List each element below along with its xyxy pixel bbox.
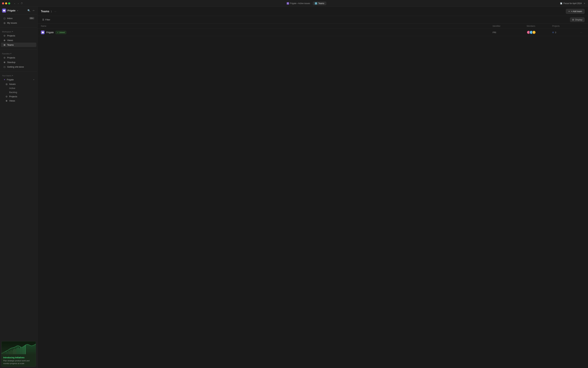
workspace-label[interactable]: Workspace ▾ [0, 29, 37, 33]
sidebar-team-active[interactable]: Active [1, 86, 36, 90]
forward-arrow-icon[interactable]: › [17, 2, 19, 5]
display-button[interactable]: ⊞ Display [570, 17, 585, 22]
frigate-team-icon: ✦ [3, 78, 6, 81]
inbox-icon: ◻ [3, 17, 6, 19]
fav-standup-label: Standup [7, 61, 15, 64]
sidebar-item-workspace-views[interactable]: ⊕ Views [1, 38, 36, 42]
teams-tab-icon: ⊞ [315, 2, 317, 5]
projects-icon: ⊙ [3, 34, 6, 37]
promo-card[interactable]: Introducing Initiatives Plan strategic p… [1, 341, 36, 367]
favorites-label[interactable]: Favorites ▾ [0, 51, 37, 55]
history-icon[interactable]: ⏱ [21, 2, 23, 5]
app-logo[interactable]: Frigate ▾ [2, 9, 18, 13]
sidebar: Frigate ▾ 🔍 ✏ ◻ Inbox 99+ ◎ My issues [0, 7, 37, 368]
workspace-views-label: Views [7, 39, 13, 42]
workspace-label-text: Workspace [2, 31, 11, 33]
frigate-team-chevron-icon: ▾ [33, 79, 34, 81]
joined-label: Joined [59, 31, 65, 33]
svg-rect-16 [17, 348, 17, 354]
compose-icon[interactable]: ✏ [32, 9, 35, 12]
teams-tab-label: Teams [318, 2, 324, 5]
fav-gsd-icon: ◻ [3, 65, 6, 68]
sidebar-team-frigate[interactable]: ✦ Frigate ▾ [1, 77, 36, 82]
minimize-button[interactable] [5, 2, 7, 4]
add-team-icon: + [568, 10, 570, 13]
back-arrow-icon[interactable]: ‹ [14, 2, 16, 5]
your-teams-chevron-icon: ▾ [12, 74, 13, 77]
col-header-members: Members [527, 25, 552, 27]
maximize-button[interactable] [8, 2, 10, 4]
row-more-button[interactable]: ··· [578, 31, 585, 34]
svg-rect-18 [19, 348, 20, 354]
active-issues-tab-label: Frigate › Active issues [290, 2, 310, 5]
team-projects-icon: ⊙ [5, 95, 8, 98]
sidebar-item-workspace-projects[interactable]: ⊙ Projects [1, 33, 36, 38]
table-row[interactable]: Frigate ✓ Joined FRI A B C [37, 29, 588, 36]
svg-rect-12 [12, 350, 12, 354]
workspace-section: Workspace ▾ ⊙ Projects ⊕ Views ⊞ Teams [0, 28, 37, 49]
titlebar-tabs: ✦ Frigate › Active issues ⊞ Teams [25, 1, 586, 5]
svg-rect-6 [5, 352, 5, 354]
workspace-teams-label: Teams [7, 44, 14, 46]
promo-chart [1, 341, 36, 355]
window-controls [2, 2, 10, 4]
titlebar: ‹ › ⏱ ✦ Frigate › Active issues ⊞ Teams … [0, 0, 588, 7]
sidebar-header: Frigate ▾ 🔍 ✏ [0, 7, 37, 14]
joined-badge: ✓ Joined [55, 31, 66, 34]
my-issues-label: My issues [7, 22, 17, 24]
main-header: Teams 1 ··· + + Add team [37, 7, 588, 16]
your-teams-label-text: Your teams [2, 75, 11, 77]
sidebar-item-my-issues[interactable]: ◎ My issues [1, 21, 36, 25]
display-icon: ⊞ [572, 18, 574, 21]
svg-rect-14 [14, 349, 15, 354]
add-team-button[interactable]: + + Add team [566, 9, 585, 14]
logo-svg [3, 9, 5, 12]
sidebar-team-views[interactable]: ⊕ Views [1, 99, 36, 103]
tab-teams[interactable]: ⊞ Teams [313, 1, 326, 5]
sidebar-team-backlog[interactable]: Backlog [1, 90, 36, 94]
team-row-avatar [41, 30, 45, 34]
focus-tab[interactable]: 📄 Focus for April 2024 [560, 2, 582, 5]
filter-button[interactable]: ☰ Filter [41, 18, 52, 22]
svg-rect-8 [7, 352, 8, 354]
team-views-icon: ⊕ [5, 99, 8, 102]
workspace-projects-label: Projects [7, 34, 15, 37]
search-icon[interactable]: 🔍 [27, 9, 31, 12]
table-area: Name Identifier Members Projects Frigate… [37, 24, 588, 368]
page-more-button[interactable]: ··· [53, 10, 57, 13]
app-chevron-icon: ▾ [17, 10, 18, 12]
sidebar-item-inbox[interactable]: ◻ Inbox 99+ [1, 16, 36, 20]
my-issues-icon: ◎ [3, 21, 6, 24]
svg-marker-0 [3, 9, 5, 12]
sidebar-team-issues[interactable]: ◎ Issues [1, 82, 36, 86]
sidebar-item-workspace-teams[interactable]: ⊞ Teams [1, 43, 36, 47]
your-teams-section: Your teams ▾ ✦ Frigate ▾ ◎ Issues Active… [0, 72, 37, 104]
sidebar-item-fav-getting-shit-done[interactable]: ◻ Getting shit done [1, 64, 36, 69]
new-tab-button[interactable]: + [583, 2, 586, 5]
tab-active-issues[interactable]: ✦ Frigate › Active issues [285, 1, 312, 5]
svg-rect-7 [6, 351, 7, 354]
frigate-team-label: Frigate [7, 78, 14, 81]
member-avatar-3: C [532, 30, 536, 34]
sidebar-item-fav-projects[interactable]: ⊙ Projects [1, 55, 36, 60]
team-views-label: Views [9, 100, 15, 102]
page-title-area: Teams 1 ··· [41, 10, 57, 13]
team-issues-label: Issues [9, 83, 16, 85]
close-button[interactable] [2, 2, 4, 4]
svg-rect-13 [13, 350, 14, 354]
promo-chart-svg [1, 341, 36, 355]
svg-rect-9 [8, 351, 9, 354]
sidebar-item-fav-standup[interactable]: ⊕ Standup [1, 60, 36, 64]
fav-projects-icon: ⊙ [3, 56, 6, 59]
your-teams-label[interactable]: Your teams ▾ [0, 74, 37, 77]
svg-rect-22 [24, 346, 25, 354]
col-header-actions [578, 25, 585, 27]
svg-rect-15 [16, 349, 16, 354]
sidebar-action-icons: 🔍 ✏ [27, 9, 35, 12]
nav-controls: ‹ › ⏱ [14, 2, 23, 5]
fav-projects-label: Projects [7, 56, 15, 59]
svg-rect-23 [25, 345, 26, 354]
main-nav-section: ◻ Inbox 99+ ◎ My issues [0, 14, 37, 27]
sidebar-team-projects[interactable]: ⊙ Projects [1, 94, 36, 99]
members-cell: A B C [527, 30, 552, 34]
